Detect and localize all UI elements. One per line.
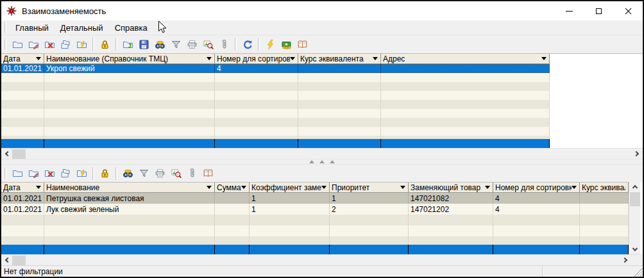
- money-button[interactable]: [278, 37, 294, 52]
- toolbar-gripper[interactable]: [4, 22, 6, 33]
- attach-button[interactable]: [184, 166, 200, 181]
- table-cell: [409, 215, 493, 225]
- column-header-label: Коэффициент замены: [251, 183, 321, 192]
- table-cell: [381, 82, 550, 91]
- toolbar-gripper[interactable]: [4, 39, 6, 49]
- vscroll-track[interactable]: [629, 207, 640, 245]
- column-dropdown-icon[interactable]: [290, 57, 295, 60]
- scroll-right-button[interactable]: [620, 255, 631, 266]
- scroll-up-button[interactable]: [629, 182, 640, 192]
- column-dropdown-icon[interactable]: [400, 186, 405, 189]
- column-header[interactable]: Курс эквивалента: [298, 54, 381, 63]
- lock-button[interactable]: [97, 166, 113, 181]
- table-cell: 01.01.2021: [1, 204, 44, 215]
- column-header[interactable]: Дата: [1, 183, 44, 192]
- table-cell: [580, 204, 629, 215]
- folder-copy-button[interactable]: [58, 37, 74, 52]
- folder-copy-button[interactable]: [58, 166, 74, 181]
- folder-edit-button[interactable]: [26, 37, 42, 52]
- print-button[interactable]: [152, 166, 168, 181]
- folder-edit-button[interactable]: [26, 166, 42, 181]
- column-header[interactable]: Дата: [1, 54, 44, 63]
- table-row[interactable]: 01.01.2021Укроп свежий4: [1, 64, 550, 73]
- table-cell: [44, 127, 215, 136]
- folder-open-button[interactable]: [120, 37, 136, 52]
- folder-lightning-button[interactable]: [74, 166, 90, 181]
- hscroll-thumb[interactable]: [12, 149, 26, 159]
- folder-lightning-icon: [76, 168, 87, 179]
- table-cell: [381, 127, 550, 136]
- menu-bar: ГлавныйДетальныйСправка: [1, 20, 643, 35]
- folder-delete-button[interactable]: [42, 166, 58, 181]
- preview-button[interactable]: [200, 37, 216, 52]
- column-header[interactable]: Адрес: [381, 54, 550, 63]
- vscroll-thumb[interactable]: [630, 192, 640, 206]
- column-header[interactable]: Коэффициент замены: [250, 183, 330, 192]
- refresh-button[interactable]: [239, 37, 255, 52]
- menu-item-3[interactable]: Справка: [109, 22, 153, 34]
- toolbar-gripper[interactable]: [4, 168, 6, 179]
- column-header[interactable]: Наименование: [44, 183, 215, 192]
- column-dropdown-icon[interactable]: [373, 57, 378, 60]
- binoculars-button[interactable]: [120, 166, 136, 181]
- column-dropdown-icon[interactable]: [572, 186, 577, 189]
- menu-item-1[interactable]: Главный: [10, 22, 55, 34]
- column-header[interactable]: Курс эквивален: [580, 183, 629, 192]
- column-header[interactable]: Номер для сортировки: [493, 183, 580, 192]
- column-dropdown-icon[interactable]: [207, 186, 212, 189]
- menu-item-2[interactable]: Детальный: [55, 22, 109, 34]
- column-header[interactable]: Наименование (Справочник ТМЦ): [44, 54, 215, 63]
- filter-button[interactable]: [168, 37, 184, 52]
- preview-button[interactable]: [168, 166, 184, 181]
- column-header[interactable]: Номер для сортировки: [215, 54, 298, 63]
- table-cell: [215, 109, 298, 118]
- summary-cell: [580, 245, 629, 254]
- column-dropdown-icon[interactable]: [207, 57, 212, 60]
- folder-new-button[interactable]: [10, 166, 26, 181]
- table-cell: [580, 236, 629, 245]
- column-dropdown-icon[interactable]: [485, 186, 490, 189]
- book-button[interactable]: [294, 37, 310, 52]
- lock-button[interactable]: [97, 37, 113, 52]
- column-header[interactable]: Заменяющий товар: [409, 183, 493, 192]
- attach-button[interactable]: [216, 37, 232, 52]
- column-header[interactable]: Сумма е: [215, 183, 250, 192]
- maximize-button[interactable]: [584, 1, 613, 20]
- close-button[interactable]: [613, 1, 643, 20]
- save-button[interactable]: [136, 37, 152, 52]
- table-row[interactable]: 01.01.2021Петрушка свежая листовая111470…: [1, 193, 629, 204]
- pane-splitter[interactable]: [1, 159, 643, 164]
- table-cell: [381, 118, 550, 127]
- scroll-down-button[interactable]: [629, 245, 640, 254]
- column-dropdown-icon[interactable]: [541, 57, 547, 60]
- scroll-right-button[interactable]: [632, 149, 643, 159]
- column-header-row: ДатаНаименование (Справочник ТМЦ)Номер д…: [1, 54, 550, 64]
- hscroll-track[interactable]: [26, 149, 632, 159]
- status-bar: Нет фильтрации: [1, 265, 643, 277]
- table-row[interactable]: 01.01.2021Лук свежий зеленый121470212024: [1, 204, 629, 215]
- hscroll-track[interactable]: [26, 255, 620, 265]
- binoculars-button[interactable]: [152, 37, 168, 52]
- table-cell: [298, 64, 381, 73]
- column-dropdown-icon[interactable]: [36, 57, 41, 60]
- column-dropdown-icon[interactable]: [321, 186, 326, 189]
- chevron-right-icon: [634, 151, 639, 156]
- scroll-left-button[interactable]: [1, 149, 12, 159]
- lightning-button[interactable]: [262, 37, 278, 52]
- column-dropdown-icon[interactable]: [241, 186, 246, 189]
- column-header[interactable]: Приоритет: [330, 183, 409, 192]
- folder-delete-button[interactable]: [42, 37, 58, 52]
- minimize-button[interactable]: [554, 1, 584, 20]
- book-button[interactable]: [200, 166, 216, 181]
- title-bar: Взаимозаменяемость: [1, 1, 643, 20]
- preview-icon: [171, 168, 182, 179]
- resize-grip-icon[interactable]: [633, 268, 642, 277]
- folder-new-button[interactable]: [10, 37, 26, 52]
- hscroll-thumb[interactable]: [12, 256, 26, 265]
- print-button[interactable]: [184, 37, 200, 52]
- filter-button[interactable]: [136, 166, 152, 181]
- column-dropdown-icon[interactable]: [36, 186, 41, 189]
- toolbar-separator: [258, 38, 260, 51]
- scroll-left-button[interactable]: [1, 255, 12, 266]
- folder-lightning-button[interactable]: [74, 37, 90, 52]
